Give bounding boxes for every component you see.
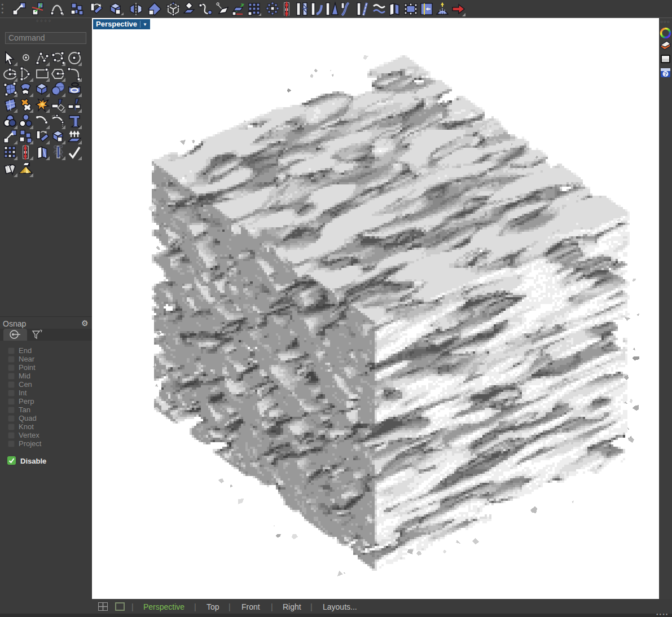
svg-text:?: ? <box>664 70 667 77</box>
